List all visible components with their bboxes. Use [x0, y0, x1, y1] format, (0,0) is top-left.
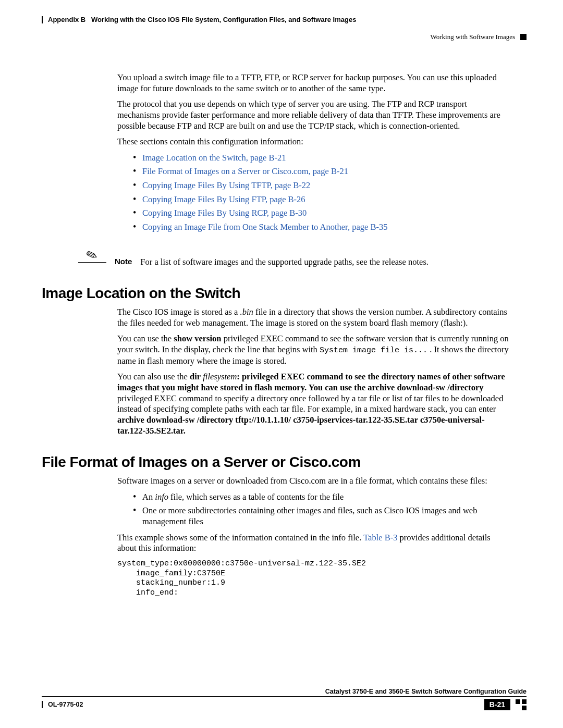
- list-item: An info file, which serves as a table of…: [133, 492, 511, 503]
- note-label: Note: [115, 248, 132, 267]
- heading-image-location: Image Location on the Switch: [42, 285, 527, 302]
- header-square-icon: [520, 34, 527, 40]
- s2-p2: This example shows some of the informati…: [117, 533, 511, 554]
- intro-p3: These sections contain this configuratio…: [117, 137, 511, 147]
- s1-p3: You can also use the dir filesystem: pri…: [117, 372, 511, 436]
- link-table-b3[interactable]: Table B-3: [363, 533, 397, 542]
- main-content: You upload a switch image file to a TFTP…: [117, 72, 511, 267]
- footer-docnum: OL-9775-02: [48, 701, 83, 708]
- page-footer: Catalyst 3750-E and 3560-E Switch Softwa…: [42, 688, 527, 710]
- note-callout: ✎ Note For a list of software images and…: [78, 248, 511, 268]
- heading-file-format: File Format of Images on a Server or Cis…: [42, 454, 527, 471]
- s1-p1: The Cisco IOS image is stored as a .bin …: [117, 307, 511, 328]
- page-header: Appendix B Working with the Cisco IOS Fi…: [42, 16, 527, 41]
- s2-p1: Software images on a server or downloade…: [117, 476, 511, 487]
- footer-square-icon: [516, 699, 527, 710]
- intro-p1: You upload a switch image file to a TFTP…: [117, 72, 511, 94]
- footer-rule-mark: [42, 701, 43, 708]
- header-rule-mark: [42, 16, 43, 23]
- s1-p2: You can use the show version privileged …: [117, 334, 511, 366]
- file-format-list: An info file, which serves as a table of…: [133, 492, 511, 527]
- link-copy-tftp[interactable]: Copying Image Files By Using TFTP, page …: [142, 180, 310, 190]
- pencil-icon: ✎: [76, 243, 108, 268]
- header-appendix: Appendix B: [48, 16, 85, 23]
- code-block: system_type:0x00000000:c3750e-universal-…: [117, 559, 511, 598]
- note-text: For a list of software images and the su…: [140, 248, 429, 268]
- link-copy-ftp[interactable]: Copying Image Files By Using FTP, page B…: [142, 194, 305, 204]
- toc-link-list: Image Location on the Switch, page B-21 …: [133, 153, 511, 233]
- link-copy-stack[interactable]: Copying an Image File from One Stack Mem…: [142, 222, 387, 232]
- intro-p2: The protocol that you use depends on whi…: [117, 99, 511, 131]
- link-file-format[interactable]: File Format of Images on a Server or Cis…: [142, 166, 348, 176]
- footer-guide: Catalyst 3750-E and 3560-E Switch Softwa…: [42, 688, 527, 695]
- header-section: Working with Software Images: [431, 33, 516, 41]
- page-number: B-21: [484, 699, 510, 710]
- header-title: Working with the Cisco IOS File System, …: [91, 16, 356, 23]
- page: Appendix B Working with the Cisco IOS Fi…: [0, 0, 563, 728]
- link-image-location[interactable]: Image Location on the Switch, page B-21: [142, 153, 286, 163]
- list-item: One or more subdirectories containing ot…: [133, 505, 511, 527]
- link-copy-rcp[interactable]: Copying Image Files By Using RCP, page B…: [142, 208, 307, 218]
